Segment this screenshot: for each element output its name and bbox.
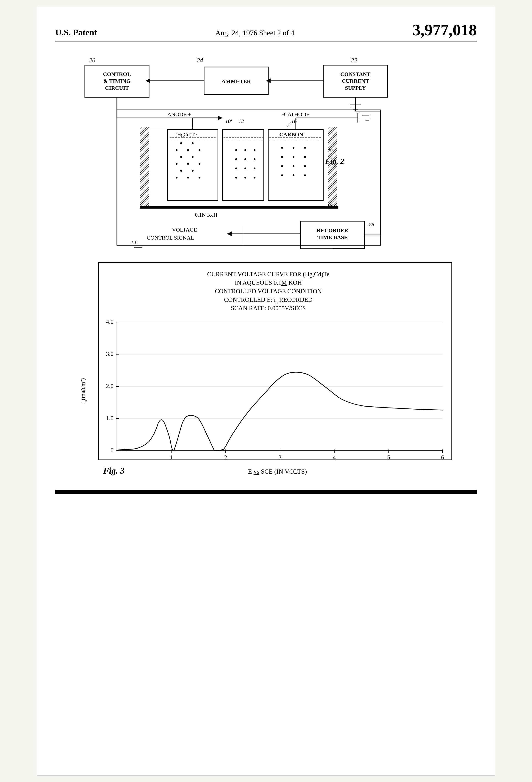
- page: U.S. Patent Aug. 24, 1976 Sheet 2 of 4 3…: [37, 7, 495, 776]
- svg-point-13: [176, 177, 178, 179]
- patent-info: Aug. 24, 1976 Sheet 2 of 4: [215, 29, 295, 37]
- x-tick-2: 2: [224, 454, 227, 461]
- svg-point-11: [180, 170, 182, 172]
- svg-point-37: [293, 165, 295, 167]
- cathode-label: -CATHODE: [282, 111, 310, 117]
- constant-label-1: CONSTANT: [340, 71, 371, 77]
- ref-22-label: 22: [351, 57, 357, 64]
- x-tick-6: 6: [441, 454, 444, 461]
- svg-point-2: [192, 142, 194, 144]
- carbon-electrode: [268, 130, 323, 201]
- svg-point-36: [281, 165, 283, 167]
- ref-14-label: 14: [131, 239, 136, 245]
- patent-number: 3,977,018: [413, 21, 477, 39]
- svg-point-18: [254, 149, 256, 151]
- svg-point-31: [293, 147, 295, 149]
- solution-label: 0.1N KₒH: [195, 212, 217, 218]
- constant-label-3: SUPPLY: [345, 85, 366, 91]
- svg-point-12: [192, 170, 194, 172]
- control-label-3: CIRCUIT: [105, 85, 129, 91]
- ref-24-label: 24: [197, 57, 203, 64]
- y-tick-2: 2.0: [106, 383, 114, 389]
- svg-point-3: [176, 149, 178, 151]
- control-signal-label: CONTROL SIGNAL: [147, 235, 194, 241]
- chart-title-2: IN AQUEOUS 0.1M KOH: [235, 279, 302, 286]
- y-tick-0: 0: [111, 447, 114, 454]
- tank-right-wall: [328, 127, 337, 207]
- svg-point-17: [244, 149, 246, 151]
- svg-point-41: [304, 174, 306, 176]
- anode-label: ANODE +: [167, 111, 191, 117]
- x-tick-1: 1: [170, 454, 173, 461]
- chart-title-3: CONTROLLED VOLTAGE CONDITION: [215, 288, 322, 295]
- x-axis-label: E vs SCE (IN VOLTS): [248, 468, 307, 475]
- x-tick-5: 5: [387, 454, 390, 461]
- svg-point-14: [187, 177, 189, 179]
- svg-point-9: [187, 163, 189, 165]
- svg-point-32: [304, 147, 306, 149]
- carbon-label: CARBON: [279, 132, 303, 137]
- fig2-label: Fig. 2: [325, 157, 344, 166]
- recorder-arrow: [227, 232, 232, 236]
- svg-point-27: [254, 177, 256, 179]
- ref-26-label: 26: [89, 57, 96, 64]
- svg-point-25: [235, 177, 237, 179]
- svg-point-20: [244, 158, 246, 160]
- tank-left-wall: [140, 127, 149, 207]
- svg-point-35: [304, 156, 306, 158]
- hgcdte-label: (HgCd)Te: [176, 132, 197, 137]
- voltage-label: VOLTAGE: [172, 227, 197, 233]
- bottom-bar: [55, 490, 477, 494]
- svg-point-38: [304, 165, 306, 167]
- fig3-label: Fig. 3: [103, 466, 124, 475]
- svg-point-33: [281, 156, 283, 158]
- svg-point-40: [293, 174, 295, 176]
- recorder-label-2: TIME BASE: [317, 234, 348, 240]
- patent-label: U.S. Patent: [55, 27, 97, 37]
- chart-title-1: CURRENT-VOLTAGE CURVE FOR (Hg,Cd)Te: [207, 271, 329, 278]
- svg-point-1: [180, 142, 182, 144]
- svg-point-7: [192, 156, 194, 158]
- ref-20-label: -20: [325, 147, 333, 153]
- constant-label-2: CURRENT: [342, 78, 369, 84]
- svg-point-22: [235, 168, 237, 169]
- y-axis-label: ia(ma/cm²): [80, 378, 88, 404]
- ref-28-label: -28: [367, 221, 374, 227]
- svg-point-5: [199, 149, 200, 151]
- control-label-2: & TIMING: [104, 78, 131, 84]
- x-tick-3: 3: [279, 454, 281, 461]
- ref-10prime: 10': [225, 118, 232, 124]
- svg-point-24: [254, 168, 256, 169]
- svg-point-26: [244, 177, 246, 179]
- ref16-arrow: [287, 122, 291, 127]
- y-tick-3: 3.0: [106, 351, 114, 357]
- svg-point-4: [187, 149, 189, 151]
- fig3-chart: CURRENT-VOLTAGE CURVE FOR (Hg,Cd)Te IN A…: [71, 258, 461, 483]
- hgcdte-electrode: [167, 130, 218, 201]
- control-label-1: CONTROL: [103, 71, 131, 77]
- recorder-label-1: RECORDER: [317, 227, 348, 234]
- fig3-container: CURRENT-VOLTAGE CURVE FOR (Hg,Cd)Te IN A…: [71, 258, 461, 483]
- svg-point-39: [281, 174, 283, 176]
- middle-electrode: [222, 130, 264, 201]
- page-header: U.S. Patent Aug. 24, 1976 Sheet 2 of 4 3…: [55, 21, 477, 42]
- svg-point-8: [176, 163, 178, 165]
- svg-point-23: [244, 168, 246, 169]
- x-tick-4: 4: [333, 454, 336, 461]
- svg-point-15: [199, 177, 200, 179]
- y-tick-4: 4.0: [106, 319, 114, 325]
- svg-point-34: [293, 156, 295, 158]
- svg-point-21: [254, 158, 256, 160]
- svg-point-6: [180, 156, 182, 158]
- svg-point-19: [235, 158, 237, 160]
- chart-title-5: SCAN RATE: 0.0055V/SECS: [231, 305, 306, 312]
- svg-point-30: [281, 147, 283, 149]
- y-tick-1: 1.0: [106, 415, 114, 422]
- ref-12: 12: [238, 118, 244, 124]
- fig2-diagram: 26 24 22 CONTROL & TIMING CIRCUIT AMMETE…: [71, 51, 461, 249]
- ref-18-label: -18: [325, 203, 333, 209]
- tank-bottom: [140, 207, 338, 208]
- ammeter-label: AMMETER: [222, 78, 251, 84]
- svg-point-16: [235, 149, 237, 151]
- svg-point-10: [199, 163, 200, 165]
